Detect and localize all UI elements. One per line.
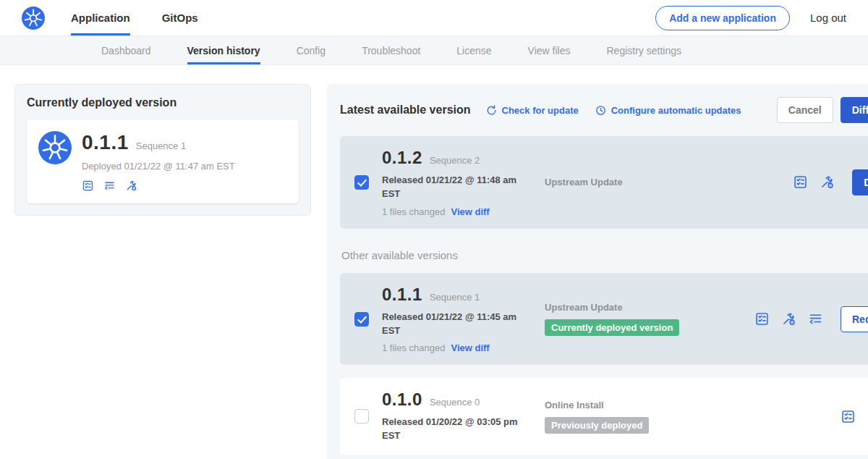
version-source-block: Online Install Previously deployed xyxy=(545,400,754,434)
subnav-config[interactable]: Config xyxy=(297,36,326,64)
check-for-update-link[interactable]: Check for update xyxy=(485,104,579,117)
top-navbar: Application GitOps Add a new application… xyxy=(0,0,868,36)
header-buttons: Cancel Diff releases xyxy=(777,97,868,123)
subnav-license[interactable]: License xyxy=(456,36,491,64)
refresh-icon xyxy=(485,104,498,117)
app-subnav: Dashboard Version history Config Trouble… xyxy=(0,36,868,65)
clock-icon xyxy=(595,104,607,117)
version-number: 0.1.0 xyxy=(382,389,422,410)
deployed-title: Currently deployed version xyxy=(27,96,299,109)
tab-gitops[interactable]: GitOps xyxy=(162,0,198,35)
main-content: Currently deployed version 0.1.1 Sequenc… xyxy=(0,65,868,459)
version-source-label: Upstream Update xyxy=(545,177,754,188)
version-row-actions: Deploy xyxy=(793,169,868,195)
deploy-logs-icon[interactable] xyxy=(103,180,116,192)
version-source-label: Upstream Update xyxy=(545,302,754,313)
previously-deployed-badge: Previously deployed xyxy=(545,417,649,434)
add-application-button[interactable]: Add a new application xyxy=(655,6,790,30)
version-info: 0.1.2 Sequence 2 Released 01/21/22 @ 11:… xyxy=(382,148,545,217)
release-notes-icon[interactable] xyxy=(754,311,770,327)
currently-deployed-badge: Currently deployed version xyxy=(545,319,679,336)
latest-version-header: Latest available version Check for updat… xyxy=(340,97,868,123)
latest-version-title: Latest available version xyxy=(340,104,471,117)
currently-deployed-section: Currently deployed version 0.1.1 Sequenc… xyxy=(14,84,311,216)
release-notes-icon[interactable] xyxy=(841,409,856,424)
subnav-view-files[interactable]: View files xyxy=(528,36,571,64)
subnav-version-history[interactable]: Version history xyxy=(187,36,260,64)
view-diff-link[interactable]: View diff xyxy=(451,206,489,217)
version-info: 0.1.1 Sequence 1 Released 01/21/22 @ 11:… xyxy=(382,285,545,354)
version-checkbox[interactable] xyxy=(354,409,369,424)
version-sequence: Sequence 0 xyxy=(430,397,480,408)
deployed-info: 0.1.1 Sequence 1 Deployed 01/21/22 @ 11:… xyxy=(82,131,235,192)
version-checkbox[interactable] xyxy=(354,312,369,327)
configure-automatic-updates-link[interactable]: Configure automatic updates xyxy=(595,104,741,117)
version-row-actions: Redeploy xyxy=(754,306,868,332)
files-changed-label: 1 files changed xyxy=(382,206,445,217)
files-changed-label: 1 files changed xyxy=(382,342,445,353)
version-source-block: Upstream Update Currently deployed versi… xyxy=(545,302,754,336)
version-row-0-1-1: 0.1.1 Sequence 1 Released 01/21/22 @ 11:… xyxy=(340,273,868,366)
deployed-version-card: 0.1.1 Sequence 1 Deployed 01/21/22 @ 11:… xyxy=(27,119,299,203)
navbar-right: Add a new application Log out xyxy=(655,6,846,30)
released-timestamp: Released 01/21/22 @ 11:48 am EST xyxy=(382,174,524,201)
release-notes-icon[interactable] xyxy=(793,174,808,190)
released-timestamp: Released 01/21/22 @ 11:45 am EST xyxy=(382,311,524,338)
redeploy-button[interactable]: Redeploy xyxy=(841,306,868,332)
release-notes-icon[interactable] xyxy=(82,180,94,192)
version-info: 0.1.0 Sequence 0 Released 01/20/22 @ 03:… xyxy=(382,389,545,443)
subnav-dashboard[interactable]: Dashboard xyxy=(101,36,151,64)
version-number: 0.1.1 xyxy=(382,285,422,305)
cancel-button[interactable]: Cancel xyxy=(777,97,833,123)
version-row-0-1-0: 0.1.0 Sequence 0 Released 01/20/22 @ 03:… xyxy=(340,378,868,455)
check-for-update-label: Check for update xyxy=(502,105,579,116)
preflight-checks-icon[interactable] xyxy=(820,174,835,190)
version-sequence: Sequence 1 xyxy=(430,292,480,303)
deploy-button[interactable]: Deploy xyxy=(852,169,868,195)
tab-application[interactable]: Application xyxy=(71,0,130,35)
subnav-registry-settings[interactable]: Registry settings xyxy=(606,36,681,64)
deployed-version-number: 0.1.1 xyxy=(82,131,129,154)
version-source-block: Upstream Update xyxy=(545,177,754,188)
kubernetes-logo-icon[interactable] xyxy=(22,7,45,30)
version-row-0-1-2: 0.1.2 Sequence 2 Released 01/21/22 @ 11:… xyxy=(340,136,868,229)
other-versions-title: Other available versions xyxy=(341,249,868,261)
diff-releases-button[interactable]: Diff releases xyxy=(841,97,868,123)
deployed-sequence: Sequence 1 xyxy=(136,140,186,151)
logout-link[interactable]: Log out xyxy=(810,12,846,24)
version-row-actions xyxy=(841,409,868,424)
configure-updates-label: Configure automatic updates xyxy=(611,105,741,116)
preflight-checks-icon[interactable] xyxy=(125,180,137,192)
version-source-label: Online Install xyxy=(545,400,754,410)
primary-nav: Application GitOps xyxy=(71,0,230,35)
app-icon xyxy=(38,131,72,164)
version-history-panel: Latest available version Check for updat… xyxy=(327,84,868,459)
released-timestamp: Released 01/20/22 @ 03:05 pm EST xyxy=(382,416,524,443)
currently-deployed-panel: Currently deployed version 0.1.1 Sequenc… xyxy=(14,84,311,216)
deployed-timestamp: Deployed 01/21/22 @ 11:47 am EST xyxy=(82,161,235,172)
version-sequence: Sequence 2 xyxy=(430,155,480,166)
view-diff-link[interactable]: View diff xyxy=(451,342,489,353)
version-number: 0.1.2 xyxy=(382,148,422,168)
preflight-checks-icon[interactable] xyxy=(781,311,796,327)
subnav-troubleshoot[interactable]: Troubleshoot xyxy=(362,36,420,64)
version-checkbox[interactable] xyxy=(354,175,369,190)
deploy-logs-icon[interactable] xyxy=(808,311,823,327)
